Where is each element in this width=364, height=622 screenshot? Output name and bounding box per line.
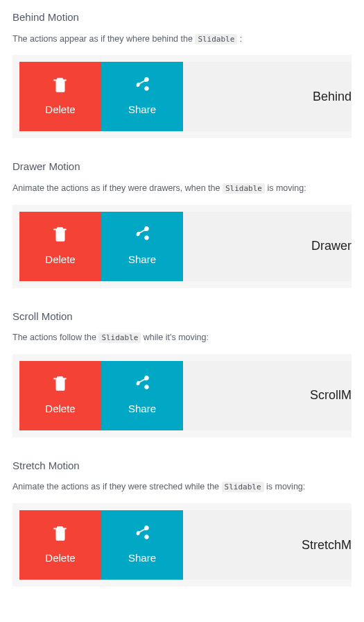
demo-frame: Delete Share Behind: [12, 55, 352, 138]
desc-text-after: is moving:: [264, 482, 306, 491]
slidable-content[interactable]: ScrollM: [183, 361, 352, 430]
delete-action[interactable]: Delete: [19, 361, 101, 430]
code-token: Slidable: [223, 183, 265, 194]
trash-icon: [51, 524, 69, 547]
section-heading: Scroll Motion: [12, 309, 352, 325]
section-description: Animate the actions as if they were draw…: [12, 182, 352, 195]
page: Behind Motion The actions appear as if t…: [0, 0, 364, 622]
section-heading: Behind Motion: [12, 10, 352, 26]
delete-action[interactable]: Delete: [19, 510, 101, 580]
desc-text-after: :: [237, 34, 242, 44]
slidable-content[interactable]: Behind: [183, 62, 352, 131]
code-token: Slidable: [222, 482, 264, 492]
slidable-row[interactable]: Delete Share StretchM: [19, 510, 352, 580]
section-heading: Stretch Motion: [12, 458, 352, 474]
share-icon: [133, 76, 151, 99]
content-label: ScrollM: [304, 386, 352, 405]
desc-text-before: The actions follow the: [12, 333, 98, 342]
demo-frame: Delete Share ScrollM: [12, 354, 352, 437]
desc-text-before: Animate the actions as if they were stre…: [12, 482, 222, 491]
delete-label: Delete: [45, 102, 75, 118]
slidable-row[interactable]: Delete Share ScrollM: [19, 361, 352, 430]
desc-text-before: The actions appear as if they where behi…: [12, 34, 195, 44]
slidable-content[interactable]: Drawer: [183, 212, 352, 281]
share-icon: [133, 374, 151, 397]
trash-icon: [51, 76, 69, 99]
section-stretch-motion: Stretch Motion Animate the actions as if…: [12, 458, 352, 587]
section-heading: Drawer Motion: [12, 159, 352, 175]
section-scroll-motion: Scroll Motion The actions follow the Sli…: [12, 309, 352, 437]
demo-frame: Delete Share StretchM: [12, 503, 352, 587]
share-label: Share: [128, 401, 156, 417]
share-label: Share: [128, 252, 156, 268]
delete-label: Delete: [45, 401, 75, 417]
delete-label: Delete: [45, 550, 75, 566]
share-action[interactable]: Share: [101, 62, 183, 131]
content-label: Drawer: [306, 237, 352, 255]
content-label: Behind: [307, 87, 352, 106]
delete-label: Delete: [45, 252, 75, 268]
share-label: Share: [128, 550, 156, 566]
slidable-content[interactable]: StretchM: [183, 510, 352, 580]
demo-frame: Delete Share Drawer: [12, 205, 352, 288]
share-action[interactable]: Share: [101, 510, 183, 580]
section-description: The actions follow the Slidable while it…: [12, 331, 352, 344]
section-description: The actions appear as if they where behi…: [12, 33, 352, 46]
content-label: StretchM: [296, 536, 352, 555]
section-description: Animate the actions as if they were stre…: [12, 480, 352, 494]
section-drawer-motion: Drawer Motion Animate the actions as if …: [12, 159, 352, 287]
share-icon: [133, 524, 151, 547]
trash-icon: [51, 225, 69, 248]
code-token: Slidable: [195, 34, 237, 44]
delete-action[interactable]: Delete: [19, 62, 101, 131]
share-icon: [133, 225, 151, 248]
slidable-row[interactable]: Delete Share Drawer: [19, 212, 352, 281]
desc-text-after: is moving:: [265, 183, 306, 193]
share-action[interactable]: Share: [101, 361, 183, 430]
desc-text-before: Animate the actions as if they were draw…: [12, 183, 223, 193]
trash-icon: [51, 374, 69, 397]
section-behind-motion: Behind Motion The actions appear as if t…: [12, 10, 352, 138]
slidable-row[interactable]: Delete Share Behind: [19, 62, 352, 131]
delete-action[interactable]: Delete: [19, 212, 101, 281]
desc-text-after: while it's moving:: [141, 333, 209, 342]
code-token: Slidable: [98, 333, 141, 343]
share-action[interactable]: Share: [101, 212, 183, 281]
share-label: Share: [128, 102, 156, 118]
